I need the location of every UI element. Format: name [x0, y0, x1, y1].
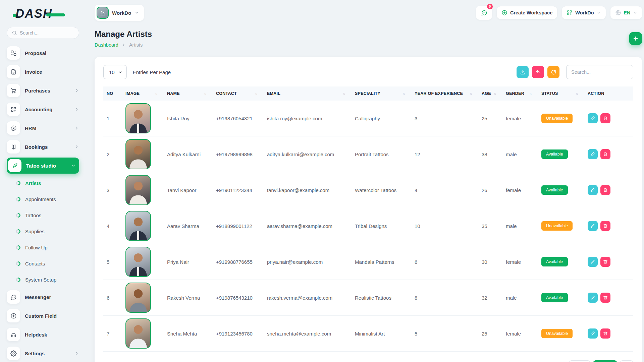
- sidebar-subitem-supplies[interactable]: Supplies: [16, 225, 79, 238]
- page-title: Manage Artists: [95, 29, 152, 39]
- cell-name: Ishita Roy: [164, 101, 213, 136]
- sort-icon[interactable]: [470, 92, 475, 96]
- refresh-button[interactable]: [547, 66, 559, 78]
- create-workspace-button[interactable]: Create Workspace: [497, 6, 557, 19]
- edit-button[interactable]: [588, 185, 598, 195]
- delete-button[interactable]: [600, 221, 610, 231]
- table-row: 4 Aarav Sharma +918899001122 aarav.sharm…: [103, 208, 633, 244]
- sidebar-item-hrm[interactable]: HRM: [7, 120, 79, 136]
- sidebar-item-settings[interactable]: Settings: [7, 345, 79, 361]
- undo-arrow-icon: [535, 69, 541, 75]
- sort-icon[interactable]: [402, 92, 408, 96]
- undo-button[interactable]: [532, 66, 544, 78]
- pagination-page-1-button[interactable]: [593, 360, 617, 362]
- table-row: 2 Aditya Kulkarni +919798999898 aditya.k…: [103, 136, 633, 172]
- sidebar-item-invoice[interactable]: Invoice: [7, 64, 79, 80]
- column-header-image[interactable]: IMAGE: [122, 86, 164, 101]
- column-header-name[interactable]: NAME: [164, 86, 213, 101]
- workspace-selector[interactable]: WorkDo: [95, 5, 144, 21]
- workdo-menu-button[interactable]: WorkDo: [562, 6, 605, 19]
- cell-speciality: Minimalist Art: [352, 316, 411, 352]
- artist-photo: [125, 318, 151, 349]
- sidebar-item-custom-field[interactable]: Custom Field: [7, 308, 79, 324]
- messages-button[interactable]: 0: [476, 6, 492, 20]
- edit-button[interactable]: [588, 293, 598, 303]
- sidebar-subitem-system-setup[interactable]: System Setup: [16, 273, 79, 286]
- sidebar-item-messenger[interactable]: Messenger: [7, 289, 79, 305]
- entries-per-page-select[interactable]: 10: [103, 65, 127, 79]
- table-row: 1 Ishita Roy +919876054321 ishita.roy@ex…: [103, 101, 633, 136]
- pagination-prev-button[interactable]: [569, 360, 590, 362]
- sidebar-subitem-label: Tattoos: [25, 213, 41, 218]
- delete-button[interactable]: [600, 257, 610, 267]
- sidebar-subitem-tattoos[interactable]: Tattoos: [16, 208, 79, 222]
- edit-button[interactable]: [588, 113, 598, 123]
- cell-email: priya.nair@example.com: [264, 244, 352, 280]
- workdo-menu-label: WorkDo: [575, 10, 594, 15]
- add-artist-button[interactable]: [629, 32, 642, 45]
- column-header-age[interactable]: AGE: [478, 86, 502, 101]
- column-header-status[interactable]: STATUS: [538, 86, 584, 101]
- column-header-email[interactable]: EMAIL: [264, 86, 352, 101]
- status-badge: Available: [541, 185, 568, 195]
- cell-email: ishita.roy@example.com: [264, 101, 352, 136]
- bullet-icon: [16, 261, 20, 266]
- pencil-icon: [590, 295, 595, 300]
- cell-experience: 6: [411, 244, 478, 280]
- edit-button[interactable]: [588, 149, 598, 159]
- invoice-icon: [7, 65, 20, 78]
- sidebar-subitem-follow-up[interactable]: Follow Up: [16, 241, 79, 254]
- delete-button[interactable]: [600, 113, 610, 123]
- column-header-experience[interactable]: YEAR OF EXPERIENCE: [411, 86, 478, 101]
- status-badge: Unavailable: [541, 329, 573, 338]
- column-header-gender[interactable]: GENDER: [502, 86, 538, 101]
- sort-icon[interactable]: [494, 92, 499, 96]
- delete-button[interactable]: [600, 149, 610, 159]
- delete-button[interactable]: [600, 185, 610, 195]
- sort-icon[interactable]: [255, 92, 260, 96]
- edit-button[interactable]: [588, 328, 598, 339]
- sort-icon[interactable]: [529, 92, 535, 96]
- sidebar-item-purchases[interactable]: Purchases: [7, 82, 79, 99]
- sidebar-subitem-artists[interactable]: Artists: [16, 176, 79, 190]
- gear-icon: [7, 347, 20, 360]
- pagination-next-button[interactable]: [620, 360, 633, 362]
- cell-no: 5: [103, 244, 122, 280]
- pencil-icon: [590, 116, 595, 121]
- sidebar-subitem-appointments[interactable]: Appointments: [16, 192, 79, 206]
- sidebar-item-bookings[interactable]: Bookings: [7, 139, 79, 155]
- sort-icon[interactable]: [576, 92, 581, 96]
- cell-speciality: Realistic Tattoos: [352, 280, 411, 316]
- edit-button[interactable]: [588, 257, 598, 267]
- delete-button[interactable]: [600, 293, 610, 303]
- sidebar-item-proposal[interactable]: Proposal: [7, 45, 79, 61]
- column-header-contact[interactable]: CONTACT: [213, 86, 264, 101]
- sidebar-item-accounting[interactable]: Accounting: [7, 101, 79, 117]
- sidebar-item-tattoo-studio[interactable]: Tatoo studio: [7, 158, 79, 174]
- sidebar-subitem-contacts[interactable]: Contacts: [16, 257, 79, 270]
- edit-button[interactable]: [588, 221, 598, 231]
- export-button[interactable]: [517, 66, 529, 78]
- language-selector[interactable]: EN: [610, 6, 642, 19]
- trash-icon: [603, 295, 608, 300]
- column-header-speciality[interactable]: SPECIALITY: [352, 86, 411, 101]
- sidebar-item-helpdesk[interactable]: Helpdesk: [7, 326, 79, 343]
- search-icon: [12, 30, 17, 36]
- breadcrumb-dashboard-link[interactable]: Dashboard: [95, 42, 118, 48]
- sort-icon[interactable]: [155, 92, 160, 96]
- cell-name: Tanvi Kapoor: [164, 172, 213, 208]
- delete-button[interactable]: [600, 328, 610, 339]
- chevron-right-icon: [74, 144, 79, 149]
- table-row: 3 Tanvi Kapoor +919011223344 tanvi.kapoo…: [103, 172, 633, 208]
- sort-icon[interactable]: [204, 92, 209, 96]
- sort-icon[interactable]: [343, 92, 348, 96]
- cell-age: 25: [478, 101, 502, 136]
- sidebar-search-input[interactable]: [20, 30, 67, 36]
- brand-name: DASH: [15, 7, 52, 21]
- sidebar-search[interactable]: [7, 27, 79, 39]
- column-header-no[interactable]: NO: [103, 86, 122, 101]
- table-search-input[interactable]: [566, 65, 633, 79]
- cell-experience: 8: [411, 280, 478, 316]
- artist-photo: [125, 139, 151, 169]
- language-label: EN: [624, 10, 630, 15]
